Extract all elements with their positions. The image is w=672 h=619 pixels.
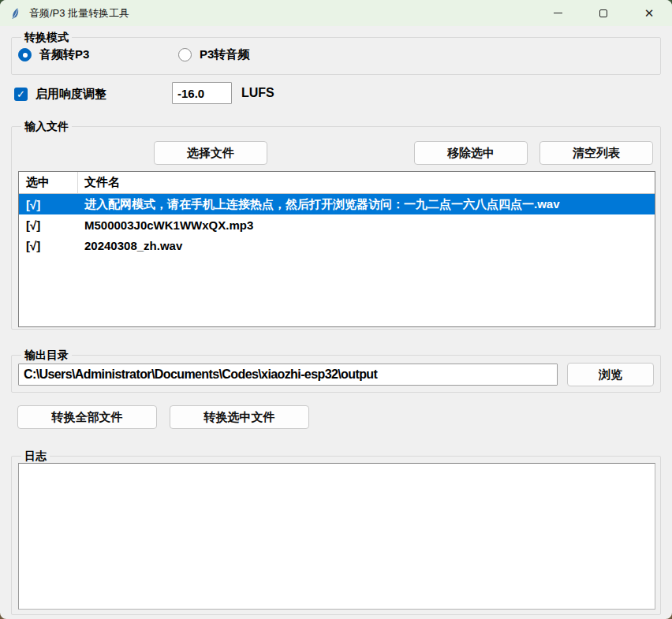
- mode-group-label: 转换模式: [21, 30, 72, 46]
- maximize-icon: [599, 9, 607, 17]
- radio-audio-to-p3[interactable]: 音频转P3: [18, 47, 172, 62]
- convert-all-button[interactable]: 转换全部文件: [17, 405, 157, 429]
- row-checked-cell: [√]: [19, 239, 78, 252]
- mode-radio-row: 音频转P3 P3转音频: [18, 47, 256, 62]
- app-window: 音频/P3 批量转换工具 ✕ 转换模式 音频转P3 P3转音频: [0, 0, 672, 619]
- minimize-icon: [554, 13, 562, 13]
- log-group: 日志: [11, 456, 661, 615]
- remove-selected-button[interactable]: 移除选中: [414, 141, 528, 165]
- titlebar[interactable]: 音频/P3 批量转换工具 ✕: [0, 0, 672, 26]
- log-group-label: 日志: [21, 449, 50, 464]
- radio-unselected-icon: [178, 48, 192, 62]
- file-table: 选中 文件名 [√] 进入配网模式，请在手机上连接热点，然后打开浏览器访问：一九…: [18, 171, 655, 327]
- python-feather-icon: [9, 7, 22, 20]
- row-checked-cell: [√]: [19, 198, 78, 211]
- radio-selected-icon: [18, 48, 32, 62]
- lufs-value-input[interactable]: [172, 82, 232, 104]
- close-button[interactable]: ✕: [626, 0, 672, 26]
- loudness-checkbox[interactable]: ✓: [14, 88, 28, 101]
- row-filename-cell: M500003J0cWK1WWxQX.mp3: [78, 218, 655, 232]
- radio-audio-to-p3-label: 音频转P3: [39, 47, 89, 62]
- clear-list-button[interactable]: 清空列表: [539, 141, 653, 165]
- input-files-group-label: 输入文件: [21, 119, 72, 135]
- loudness-row: ✓ 启用响度调整 LUFS: [14, 85, 661, 109]
- output-dir-group-label: 输出目录: [21, 348, 72, 364]
- close-icon: ✕: [644, 7, 655, 19]
- radio-p3-to-audio[interactable]: P3转音频: [178, 47, 249, 62]
- table-row[interactable]: [√] M500003J0cWK1WWxQX.mp3: [19, 214, 655, 235]
- lufs-unit-label: LUFS: [241, 86, 274, 100]
- log-textarea[interactable]: [18, 463, 655, 610]
- choose-files-button[interactable]: 选择文件: [154, 141, 267, 165]
- convert-selected-button[interactable]: 转换选中文件: [170, 405, 309, 429]
- window-title: 音频/P3 批量转换工具: [29, 6, 129, 21]
- radio-p3-to-audio-label: P3转音频: [200, 47, 249, 62]
- table-row[interactable]: [√] 20240308_zh.wav: [19, 235, 655, 255]
- table-row[interactable]: [√] 进入配网模式，请在手机上连接热点，然后打开浏览器访问：一九二点一六八点四…: [19, 194, 655, 214]
- file-table-header: 选中 文件名: [19, 172, 655, 194]
- row-filename-cell: 20240308_zh.wav: [78, 239, 655, 252]
- loudness-checkbox-label: 启用响度调整: [35, 87, 106, 102]
- window-controls: ✕: [535, 0, 672, 26]
- output-dir-group: 输出目录 浏览: [11, 355, 661, 393]
- input-files-group: 输入文件 选择文件 移除选中 清空列表 选中 文件名 [√] 进入配网模式，请在…: [11, 126, 661, 330]
- header-checked-column[interactable]: 选中: [19, 172, 78, 193]
- header-filename-column[interactable]: 文件名: [78, 175, 655, 190]
- output-path-input[interactable]: [18, 364, 558, 386]
- browse-button[interactable]: 浏览: [567, 363, 654, 386]
- mode-group: 转换模式 音频转P3 P3转音频: [11, 37, 661, 75]
- row-filename-cell: 进入配网模式，请在手机上连接热点，然后打开浏览器访问：一九二点一六八点四点一.w…: [78, 197, 655, 212]
- row-checked-cell: [√]: [19, 218, 78, 232]
- minimize-button[interactable]: [535, 0, 581, 26]
- maximize-button[interactable]: [581, 0, 626, 26]
